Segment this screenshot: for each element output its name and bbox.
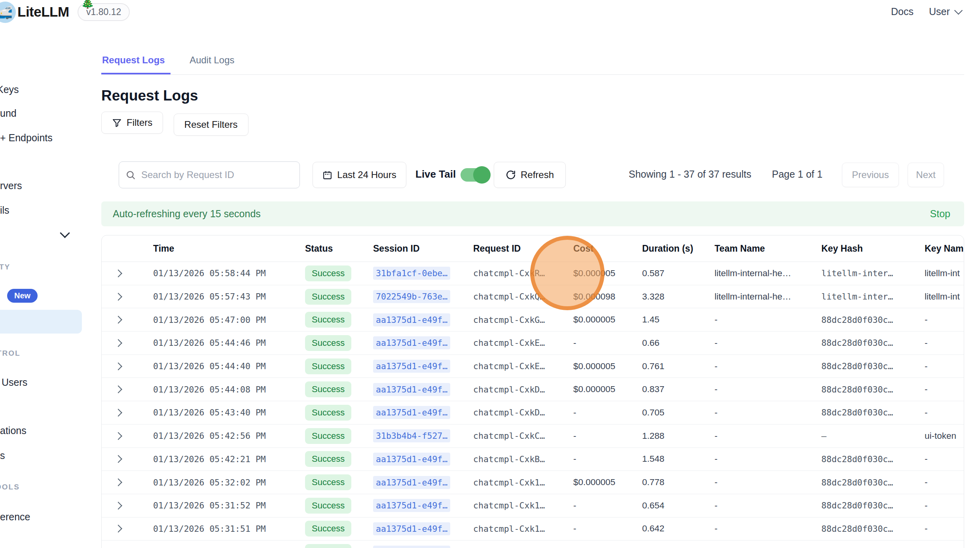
sidebar-item-internal-users[interactable]: Users <box>2 377 27 388</box>
table-row[interactable]: 01/13/2026 05:42:56 PM Success 31b3b4b4-… <box>102 424 964 448</box>
table-row[interactable]: 01/13/2026 05:57:43 PM Success 7022549b-… <box>102 285 964 308</box>
table-header-row: Time Status Session ID Request ID Cost D… <box>102 235 964 262</box>
page-title: Request Logs <box>101 87 198 104</box>
tab-request-logs[interactable]: Request Logs <box>101 52 171 74</box>
session-id-link[interactable]: aa1375d1-e49f… <box>373 406 450 419</box>
sidebar-item-api-reference[interactable]: erence <box>0 511 30 523</box>
column-header-request-id: Request ID <box>469 235 570 262</box>
calendar-icon <box>322 170 332 180</box>
table-row[interactable]: 01/13/2026 05:43:40 PM Success aa1375d1-… <box>102 401 964 424</box>
session-id-link[interactable]: aa1375d1-e49f… <box>373 336 450 349</box>
filters-button[interactable]: Filters <box>101 112 163 134</box>
sidebar-collapse-chevron-icon[interactable] <box>60 228 70 238</box>
user-menu[interactable]: User <box>929 6 961 17</box>
christmas-tree-icon: 🎄 <box>81 0 95 9</box>
table-row[interactable]: 01/13/2026 05:31:38 PM Success aa1375d1-… <box>102 540 964 548</box>
table-row[interactable]: 01/13/2026 05:44:08 PM Success aa1375d1-… <box>102 377 964 401</box>
new-badge: New <box>7 289 38 303</box>
sidebar-item-models-endpoints[interactable]: + Endpoints <box>0 132 53 144</box>
session-id-link[interactable]: 31b3b4b4-f527… <box>373 429 450 442</box>
session-id-link[interactable]: aa1375d1-e49f… <box>373 546 450 548</box>
sidebar-section-tools: OOLS <box>0 483 20 491</box>
session-id-link[interactable]: 31bfa1cf-0ebe… <box>373 267 450 280</box>
status-badge: Success <box>305 265 351 281</box>
reset-filters-button[interactable]: Reset Filters <box>174 114 248 136</box>
search-box <box>119 161 300 188</box>
session-id-link[interactable]: aa1375d1-e49f… <box>373 360 450 373</box>
train-icon: 🚅 <box>0 6 13 19</box>
table-row[interactable]: 01/13/2026 05:32:02 PM Success aa1375d1-… <box>102 470 964 494</box>
sidebar-item-keys[interactable]: Keys <box>0 84 19 95</box>
status-badge: Success <box>305 544 351 548</box>
sidebar-item-playground[interactable]: und <box>0 108 17 119</box>
session-id-link[interactable]: aa1375d1-e49f… <box>373 476 450 489</box>
toggle-knob <box>473 166 491 184</box>
column-header-duration: Duration (s) <box>637 235 711 262</box>
expand-row-icon[interactable] <box>114 293 122 301</box>
session-id-link[interactable]: aa1375d1-e49f… <box>373 522 450 535</box>
column-header-time: Time <box>135 235 293 262</box>
status-badge: Success <box>305 405 351 421</box>
sidebar-item-servers[interactable]: rvers <box>0 180 22 192</box>
expand-row-icon[interactable] <box>114 316 122 324</box>
status-badge: Success <box>305 312 351 328</box>
chevron-down-icon <box>954 6 963 15</box>
live-tail-label: Live Tail <box>415 168 456 180</box>
session-id-link[interactable]: aa1375d1-e49f… <box>373 453 450 466</box>
table-row[interactable]: 01/13/2026 05:47:00 PM Success aa1375d1-… <box>102 308 964 331</box>
tab-audit-logs[interactable]: Audit Logs <box>189 52 240 73</box>
sidebar: Keys und + Endpoints rvers ils TY New TR… <box>0 25 83 548</box>
refresh-button[interactable]: Refresh <box>494 162 566 188</box>
sidebar-item-logs-active[interactable] <box>0 310 82 334</box>
sidebar-item-teams[interactable]: s <box>0 450 5 461</box>
funnel-icon <box>112 118 122 128</box>
table-row[interactable]: 01/13/2026 05:31:52 PM Success aa1375d1-… <box>102 494 964 517</box>
filters-row: Filters Reset Filters <box>101 112 248 134</box>
auto-refresh-banner: Auto-refreshing every 15 seconds Stop <box>101 201 964 226</box>
expand-row-icon[interactable] <box>114 362 122 370</box>
next-page-button[interactable]: Next <box>908 163 944 187</box>
expand-row-icon[interactable] <box>114 432 122 440</box>
expand-row-icon[interactable] <box>114 385 122 393</box>
session-id-link[interactable]: 7022549b-763e… <box>373 290 450 303</box>
status-badge: Success <box>305 474 351 490</box>
date-range-label: Last 24 Hours <box>337 169 396 180</box>
session-id-link[interactable]: aa1375d1-e49f… <box>373 499 450 512</box>
status-badge: Success <box>305 428 351 444</box>
expand-row-icon[interactable] <box>114 478 122 486</box>
column-header-team-name: Team Name <box>711 235 817 262</box>
table-row[interactable]: 01/13/2026 05:31:51 PM Success aa1375d1-… <box>102 517 964 540</box>
session-id-link[interactable]: aa1375d1-e49f… <box>373 383 450 396</box>
live-tail-toggle[interactable] <box>461 168 489 182</box>
sidebar-section-observability: TY <box>0 263 10 271</box>
filters-button-label: Filters <box>127 117 152 128</box>
previous-page-button[interactable]: Previous <box>842 163 899 187</box>
expand-row-icon[interactable] <box>114 269 122 277</box>
search-input[interactable] <box>140 169 293 181</box>
session-id-link[interactable]: aa1375d1-e49f… <box>373 313 450 326</box>
docs-link[interactable]: Docs <box>891 6 914 17</box>
status-badge: Success <box>305 335 351 351</box>
table-row[interactable]: 01/13/2026 05:44:40 PM Success aa1375d1-… <box>102 355 964 378</box>
refresh-label: Refresh <box>521 169 554 180</box>
column-header-key-hash: Key Hash <box>817 235 922 262</box>
expand-row-icon[interactable] <box>114 502 122 510</box>
expand-row-icon[interactable] <box>114 409 122 417</box>
table-row[interactable]: 01/13/2026 05:42:21 PM Success aa1375d1-… <box>102 448 964 471</box>
sidebar-item-guardrails[interactable]: ils <box>0 205 9 216</box>
page-indicator: Page 1 of 1 <box>772 169 823 180</box>
expand-column-header <box>102 235 135 262</box>
expand-row-icon[interactable] <box>114 339 122 347</box>
litellm-logo: 🚅 <box>0 2 16 23</box>
reset-filters-label: Reset Filters <box>184 119 238 130</box>
table-row[interactable]: 01/13/2026 05:58:44 PM Success 31bfa1cf-… <box>102 262 964 285</box>
stop-auto-refresh-link[interactable]: Stop <box>930 208 950 220</box>
column-header-status: Status <box>293 235 368 262</box>
expand-row-icon[interactable] <box>114 525 122 533</box>
search-icon <box>125 170 136 180</box>
expand-row-icon[interactable] <box>114 455 122 463</box>
date-range-button[interactable]: Last 24 Hours <box>313 162 406 188</box>
table-row[interactable]: 01/13/2026 05:44:46 PM Success aa1375d1-… <box>102 331 964 355</box>
refresh-icon <box>506 170 516 180</box>
sidebar-item-organizations[interactable]: ations <box>0 425 27 436</box>
